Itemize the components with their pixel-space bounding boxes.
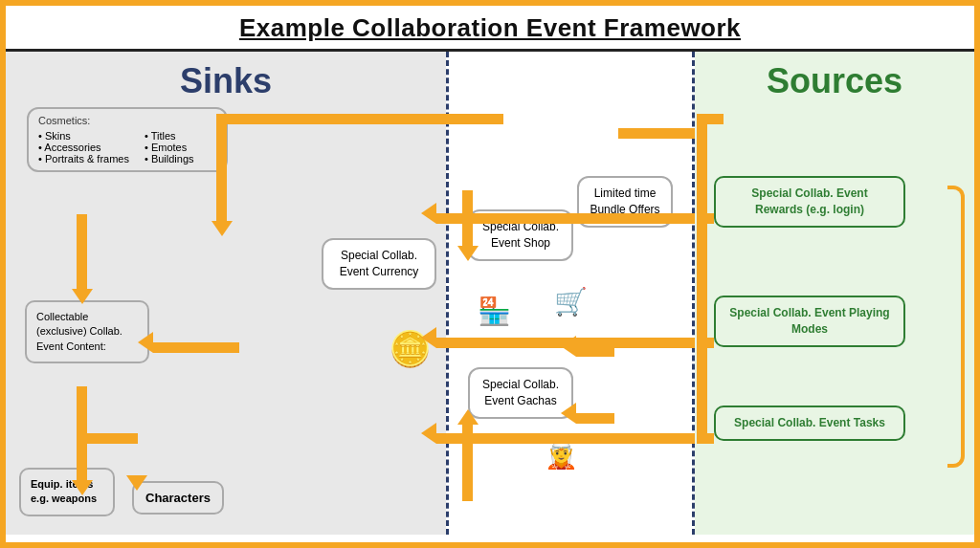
cosmetics-item: Accessories: [38, 142, 129, 153]
vline-arch-left: [216, 114, 227, 223]
cosmetics-label: Cosmetics:: [38, 115, 216, 126]
cosmetics-list-1: Skins Accessories Portraits & frames: [38, 130, 129, 164]
page-title: Example Collaboration Event Framework: [25, 13, 955, 43]
arrow-currency-to-gacha: [561, 403, 576, 424]
hline-sources-top: [618, 128, 695, 139]
sources-column: Sources Special Collab. Event Currency 🪙…: [695, 52, 974, 535]
cosmetics-columns: Skins Accessories Portraits & frames Tit…: [38, 130, 216, 164]
arrow-collectable-down1: [72, 480, 93, 495]
hline-rewards: [436, 213, 695, 224]
hline-tasks-right: [697, 433, 714, 444]
hline-shop-to-collectable: [153, 342, 239, 353]
sinks-heading: Sinks: [17, 61, 434, 101]
hline-tasks: [436, 433, 695, 444]
equip-box: Equip. items e.g. weapons: [19, 468, 115, 516]
arrow-gacha-up: [457, 409, 479, 425]
vline-cosmetics-down: [77, 214, 87, 291]
source-rewards-box: Special Collab. Event Rewards (e.g. logi…: [714, 176, 905, 228]
cosmetics-list-2: Titles Emotes Buildings: [145, 130, 194, 164]
hline-playing: [436, 338, 695, 348]
cosmetics-item: Buildings: [145, 153, 194, 164]
page-container: Example Collaboration Event Framework Si…: [0, 0, 980, 548]
title-bar: Example Collaboration Event Framework: [6, 6, 974, 52]
vline-bracket-connect: [697, 213, 707, 433]
source-playing-box: Special Collab. Event Playing Modes: [714, 296, 905, 347]
sources-bracket: [947, 186, 965, 468]
cosmetics-item: Skins: [38, 130, 129, 142]
hline-collectable-right: [80, 433, 138, 444]
arrow-collectable-down2: [126, 475, 147, 491]
arrow-cosmetics-down: [72, 289, 93, 304]
currency-box: Special Collab. Event Currency: [322, 238, 436, 290]
collectable-box: Collectable (exclusive) Collab. Event Co…: [25, 300, 149, 363]
arrow-rewards: [421, 203, 436, 224]
arrow-tasks: [421, 423, 436, 444]
cosmetics-box: Cosmetics: Skins Accessories Portraits &…: [27, 107, 228, 172]
sources-heading: Sources: [706, 61, 963, 101]
source-tasks-box: Special Collab. Event Tasks: [714, 406, 905, 441]
hline-top-arch-left: [216, 114, 503, 124]
cart-icon: 🛒: [554, 286, 588, 318]
shop-icon: 🏪: [478, 296, 511, 327]
arrow-shop-to-collectable: [138, 332, 153, 353]
cosmetics-item: Titles: [145, 130, 194, 142]
cosmetics-item: Emotes: [145, 142, 194, 153]
arrow-playing: [421, 327, 436, 348]
arrow-bundle-to-shop: [457, 246, 479, 261]
gacha-box: Special Collab. Event Gachas: [468, 367, 573, 419]
cosmetics-item: Portraits & frames: [38, 153, 129, 164]
main-content: Sinks Cosmetics: Skins Accessories Portr…: [6, 52, 974, 535]
arrow-arch-down: [212, 221, 233, 236]
hline-currency-to-gacha: [576, 413, 614, 424]
vline-arch-right: [697, 114, 707, 213]
